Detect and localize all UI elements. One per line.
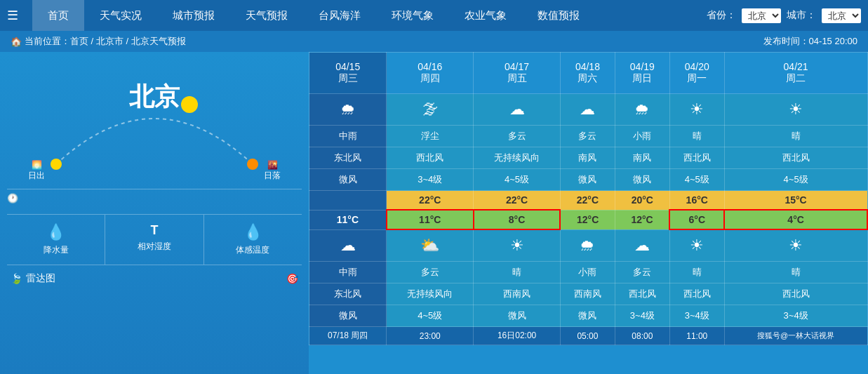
date-0420: 04/20周一	[669, 53, 724, 94]
sunset-label: 🌇 日落	[264, 160, 281, 182]
home-icon: 🏠	[11, 36, 22, 47]
night-wind-level-0416: 4~5级	[387, 305, 474, 327]
night-wind-level-0418: 微风	[560, 305, 615, 327]
wind-dir-0421: 西北风	[724, 147, 867, 169]
wind-level-0419: 微风	[615, 169, 669, 191]
nav-item-numerical[interactable]: 数值预报	[522, 0, 595, 31]
date-today: 04/15 周三	[309, 53, 387, 94]
top-navigation: ☰ 首页 天气实况 城市预报 天气预报 台风海洋 环境气象 农业气象 数值预报 …	[0, 0, 868, 31]
night-icon-row: ☁ ⛅ ☀ 🌧 ☁ ☀ ☀	[309, 229, 868, 262]
menu-icon[interactable]: ☰	[7, 8, 18, 23]
city-select[interactable]: 北京	[822, 8, 861, 23]
wind-dir-0420: 西北风	[669, 147, 724, 169]
wind-level-today: 微风	[309, 169, 387, 191]
night-icon-0416: ⛅	[387, 229, 474, 262]
wind-dir-today: 东北风	[309, 147, 387, 169]
timeline-today: 07/18 周四	[309, 327, 387, 345]
province-select[interactable]: 北京	[742, 8, 781, 23]
night-icon-today: ☁	[309, 229, 387, 262]
clock-row: 🕐	[7, 189, 302, 207]
night-wind-dir-0419: 西北风	[615, 283, 669, 305]
night-wind-dir-0418: 西南风	[560, 283, 615, 305]
metric-feels-like[interactable]: 💧 体感温度	[204, 215, 302, 265]
timeline-row: 07/18 周四 23:00 16日02:00 05:00 08:00 11:0…	[309, 327, 868, 345]
night-icon-0419: ☁	[615, 229, 669, 262]
night-weather-today: 中雨	[309, 262, 387, 283]
night-icon-0417: ☀	[474, 229, 561, 262]
precipitation-icon: 💧	[11, 223, 101, 241]
night-wind-dir-0417: 西南风	[474, 283, 561, 305]
humidity-icon: T	[109, 223, 199, 238]
low-temp-0421: 4°C	[724, 210, 867, 229]
svg-point-1	[247, 159, 258, 170]
low-temp-today: 11°C	[309, 210, 387, 229]
radar-label[interactable]: 🍃 雷达图	[11, 272, 55, 285]
day-weather-0418: 多云	[560, 126, 615, 147]
sun-arc	[49, 66, 260, 171]
night-weather-0416: 多云	[387, 262, 474, 283]
nav-item-typhoon[interactable]: 台风海洋	[303, 0, 376, 31]
nav-item-agriculture[interactable]: 农业气象	[449, 0, 522, 31]
day-icon-0419: 🌧	[615, 94, 669, 126]
date-today-date: 04/15	[312, 61, 383, 72]
publish-time: 发布时间：04-15 20:00	[763, 35, 857, 48]
night-wind-level-row: 微风 4~5级 微风 微风 3~4级 3~4级 3~4级	[309, 305, 868, 327]
date-0416: 04/16周四	[387, 53, 474, 94]
main-content: 北京 🌅 日出 🌇 日落 🕐 💧 降水量	[0, 52, 868, 374]
low-temp-0418: 12°C	[560, 210, 615, 229]
nav-item-weather-live[interactable]: 天气实况	[84, 0, 157, 31]
high-temp-today	[309, 191, 387, 211]
breadcrumb-bar: 🏠 当前位置：首页 / 北京市 / 北京天气预报 发布时间：04-15 20:0…	[0, 31, 868, 52]
bottom-row: 🍃 雷达图 🎯	[7, 265, 302, 292]
night-wind-level-0419: 3~4级	[615, 305, 669, 327]
low-temp-0416: 11°C	[387, 210, 474, 229]
nav-item-city-forecast[interactable]: 城市预报	[157, 0, 230, 31]
forecast-panel: 04/15 周三 04/16周四 04/17周五 04/18周六 04/19周日…	[309, 52, 868, 374]
timeline-t3: 05:00	[560, 327, 615, 345]
day-icon-0416: 🌫	[387, 94, 474, 126]
city-display: 北京 🌅 日出 🌇 日落	[7, 59, 302, 185]
day-weather-0416: 浮尘	[387, 126, 474, 147]
metric-humidity[interactable]: T 相对湿度	[105, 215, 203, 265]
day-wind-level-row: 微风 3~4级 4~5级 微风 微风 4~5级 4~5级	[309, 169, 868, 191]
day-icon-0417: ☁	[474, 94, 561, 126]
date-header-row: 04/15 周三 04/16周四 04/17周五 04/18周六 04/19周日…	[309, 53, 868, 94]
night-wind-dir-0421: 西北风	[724, 283, 867, 305]
night-weather-0421: 晴	[724, 262, 867, 283]
province-label: 省份：	[707, 9, 736, 22]
nav-item-weather-forecast[interactable]: 天气预报	[230, 0, 303, 31]
night-icon-0420: ☀	[669, 229, 724, 262]
day-weather-row: 中雨 浮尘 多云 多云 小雨 晴 晴	[309, 126, 868, 147]
feels-like-label: 体感温度	[208, 244, 298, 256]
high-temp-0417: 22°C	[474, 191, 561, 211]
date-0418: 04/18周六	[560, 53, 615, 94]
high-temp-0418: 22°C	[560, 191, 615, 211]
wind-level-0416: 3~4级	[387, 169, 474, 191]
humidity-label: 相对湿度	[109, 241, 199, 253]
night-wind-dir-0420: 西北风	[669, 283, 724, 305]
breadcrumb: 🏠 当前位置：首页 / 北京市 / 北京天气预报	[11, 35, 186, 48]
night-wind-level-0420: 3~4级	[669, 305, 724, 327]
day-weather-today: 中雨	[309, 126, 387, 147]
timeline-t4: 08:00	[615, 327, 669, 345]
night-weather-0418: 小雨	[560, 262, 615, 283]
day-weather-0420: 晴	[669, 126, 724, 147]
high-temp-0419: 20°C	[615, 191, 669, 211]
metric-precipitation[interactable]: 💧 降水量	[7, 215, 105, 265]
wind-dir-0419: 南风	[615, 147, 669, 169]
left-panel: 北京 🌅 日出 🌇 日落 🕐 💧 降水量	[0, 52, 309, 374]
nav-item-environment[interactable]: 环境气象	[376, 0, 449, 31]
day-icon-0420: ☀	[669, 94, 724, 126]
city-label: 城市：	[787, 9, 816, 22]
night-weather-0420: 晴	[669, 262, 724, 283]
night-wind-dir-today: 东北风	[309, 283, 387, 305]
night-weather-0417: 晴	[474, 262, 561, 283]
day-icon-today: 🌧	[309, 94, 387, 126]
sunrise-label: 🌅 日出	[28, 160, 45, 182]
leaf-icon: 🍃	[11, 273, 22, 284]
low-temp-row: 11°C 11°C 8°C 12°C 12°C 6°C 4°C	[309, 210, 868, 229]
wind-level-0418: 微风	[560, 169, 615, 191]
nav-item-home[interactable]: 首页	[32, 0, 84, 31]
forecast-table: 04/15 周三 04/16周四 04/17周五 04/18周六 04/19周日…	[309, 52, 868, 345]
high-temp-0416: 22°C	[387, 191, 474, 211]
